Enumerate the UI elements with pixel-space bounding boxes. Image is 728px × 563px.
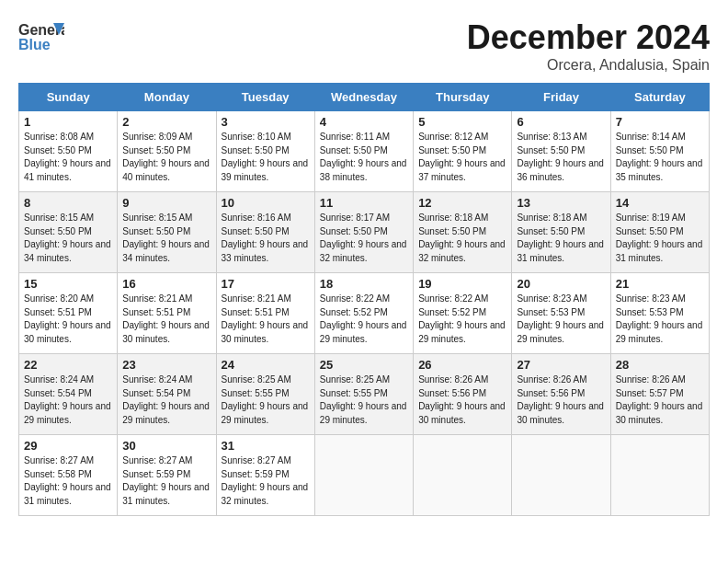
day-info: Sunrise: 8:21 AMSunset: 5:51 PMDaylight:…	[222, 293, 310, 346]
day-number: 29	[24, 439, 112, 453]
day-number: 2	[122, 115, 210, 129]
calendar-cell: 30Sunrise: 8:27 AMSunset: 5:59 PMDayligh…	[118, 435, 216, 516]
day-number: 6	[517, 115, 605, 129]
calendar-cell: 27Sunrise: 8:26 AMSunset: 5:56 PMDayligh…	[512, 354, 610, 435]
day-number: 21	[616, 277, 704, 291]
calendar-cell: 13Sunrise: 8:18 AMSunset: 5:50 PMDayligh…	[512, 192, 610, 273]
month-title: December 2024	[467, 18, 710, 57]
title-block: December 2024 Orcera, Andalusia, Spain	[467, 18, 710, 74]
day-info: Sunrise: 8:27 AMSunset: 5:58 PMDaylight:…	[24, 454, 112, 508]
calendar-cell	[414, 435, 512, 516]
day-number: 12	[418, 196, 506, 210]
day-info: Sunrise: 8:25 AMSunset: 5:55 PMDaylight:…	[222, 373, 310, 427]
day-info: Sunrise: 8:14 AMSunset: 5:50 PMDaylight:…	[616, 131, 704, 184]
calendar-week-4: 22Sunrise: 8:24 AMSunset: 5:54 PMDayligh…	[19, 354, 710, 435]
day-info: Sunrise: 8:13 AMSunset: 5:50 PMDaylight:…	[517, 131, 605, 184]
calendar-cell: 7Sunrise: 8:14 AMSunset: 5:50 PMDaylight…	[610, 111, 709, 192]
day-number: 26	[418, 358, 506, 372]
day-info: Sunrise: 8:23 AMSunset: 5:53 PMDaylight:…	[616, 293, 704, 346]
calendar-cell: 5Sunrise: 8:12 AMSunset: 5:50 PMDaylight…	[414, 111, 512, 192]
day-number: 28	[616, 358, 704, 372]
calendar-cell: 4Sunrise: 8:11 AMSunset: 5:50 PMDaylight…	[314, 111, 413, 192]
day-info: Sunrise: 8:22 AMSunset: 5:52 PMDaylight:…	[320, 293, 408, 346]
day-info: Sunrise: 8:26 AMSunset: 5:57 PMDaylight:…	[616, 373, 704, 427]
weekday-header-wednesday: Wednesday	[314, 84, 413, 111]
day-number: 13	[517, 196, 605, 210]
weekday-header-monday: Monday	[118, 84, 216, 111]
calendar-cell: 21Sunrise: 8:23 AMSunset: 5:53 PMDayligh…	[610, 273, 709, 354]
day-number: 16	[122, 277, 210, 291]
calendar-cell: 18Sunrise: 8:22 AMSunset: 5:52 PMDayligh…	[314, 273, 413, 354]
day-number: 5	[418, 115, 506, 129]
day-info: Sunrise: 8:27 AMSunset: 5:59 PMDaylight:…	[222, 454, 310, 508]
day-info: Sunrise: 8:09 AMSunset: 5:50 PMDaylight:…	[122, 131, 210, 184]
day-number: 10	[222, 196, 310, 210]
day-number: 3	[222, 115, 310, 129]
calendar-cell: 22Sunrise: 8:24 AMSunset: 5:54 PMDayligh…	[19, 354, 118, 435]
calendar-week-3: 15Sunrise: 8:20 AMSunset: 5:51 PMDayligh…	[19, 273, 710, 354]
day-info: Sunrise: 8:08 AMSunset: 5:50 PMDaylight:…	[24, 131, 112, 184]
weekday-header-saturday: Saturday	[610, 84, 709, 111]
calendar-cell: 15Sunrise: 8:20 AMSunset: 5:51 PMDayligh…	[19, 273, 118, 354]
day-number: 11	[320, 196, 408, 210]
day-number: 20	[517, 277, 605, 291]
calendar-cell: 11Sunrise: 8:17 AMSunset: 5:50 PMDayligh…	[314, 192, 413, 273]
day-number: 22	[24, 358, 112, 372]
calendar-table: SundayMondayTuesdayWednesdayThursdayFrid…	[18, 83, 710, 516]
day-info: Sunrise: 8:12 AMSunset: 5:50 PMDaylight:…	[418, 131, 506, 184]
day-number: 18	[320, 277, 408, 291]
day-number: 4	[320, 115, 408, 129]
day-info: Sunrise: 8:26 AMSunset: 5:56 PMDaylight:…	[517, 373, 605, 427]
calendar-cell: 24Sunrise: 8:25 AMSunset: 5:55 PMDayligh…	[216, 354, 314, 435]
calendar-cell: 26Sunrise: 8:26 AMSunset: 5:56 PMDayligh…	[414, 354, 512, 435]
day-info: Sunrise: 8:18 AMSunset: 5:50 PMDaylight:…	[418, 212, 506, 265]
day-number: 31	[222, 439, 310, 453]
weekday-header-tuesday: Tuesday	[216, 84, 314, 111]
day-number: 24	[222, 358, 310, 372]
day-number: 23	[122, 358, 210, 372]
calendar-cell: 16Sunrise: 8:21 AMSunset: 5:51 PMDayligh…	[118, 273, 216, 354]
calendar-cell: 19Sunrise: 8:22 AMSunset: 5:52 PMDayligh…	[414, 273, 512, 354]
day-info: Sunrise: 8:16 AMSunset: 5:50 PMDaylight:…	[222, 212, 310, 265]
logo: General Blue	[18, 18, 68, 55]
day-info: Sunrise: 8:17 AMSunset: 5:50 PMDaylight:…	[320, 212, 408, 265]
calendar-cell: 12Sunrise: 8:18 AMSunset: 5:50 PMDayligh…	[414, 192, 512, 273]
day-info: Sunrise: 8:20 AMSunset: 5:51 PMDaylight:…	[24, 293, 112, 346]
page-header: General Blue December 2024 Orcera, Andal…	[18, 18, 710, 74]
day-info: Sunrise: 8:27 AMSunset: 5:59 PMDaylight:…	[122, 454, 210, 508]
weekday-header-thursday: Thursday	[414, 84, 512, 111]
calendar-cell: 3Sunrise: 8:10 AMSunset: 5:50 PMDaylight…	[216, 111, 314, 192]
day-info: Sunrise: 8:11 AMSunset: 5:50 PMDaylight:…	[320, 131, 408, 184]
day-info: Sunrise: 8:26 AMSunset: 5:56 PMDaylight:…	[418, 373, 506, 427]
calendar-cell: 6Sunrise: 8:13 AMSunset: 5:50 PMDaylight…	[512, 111, 610, 192]
calendar-cell: 20Sunrise: 8:23 AMSunset: 5:53 PMDayligh…	[512, 273, 610, 354]
day-info: Sunrise: 8:24 AMSunset: 5:54 PMDaylight:…	[24, 373, 112, 427]
calendar-cell: 14Sunrise: 8:19 AMSunset: 5:50 PMDayligh…	[610, 192, 709, 273]
day-info: Sunrise: 8:10 AMSunset: 5:50 PMDaylight:…	[222, 131, 310, 184]
calendar-cell	[314, 435, 413, 516]
day-number: 30	[122, 439, 210, 453]
calendar-cell: 29Sunrise: 8:27 AMSunset: 5:58 PMDayligh…	[19, 435, 118, 516]
calendar-cell	[512, 435, 610, 516]
calendar-cell: 25Sunrise: 8:25 AMSunset: 5:55 PMDayligh…	[314, 354, 413, 435]
logo-icon: General Blue	[18, 18, 64, 55]
day-info: Sunrise: 8:24 AMSunset: 5:54 PMDaylight:…	[122, 373, 210, 427]
day-number: 9	[122, 196, 210, 210]
calendar-cell	[610, 435, 709, 516]
calendar-week-1: 1Sunrise: 8:08 AMSunset: 5:50 PMDaylight…	[19, 111, 710, 192]
calendar-cell: 17Sunrise: 8:21 AMSunset: 5:51 PMDayligh…	[216, 273, 314, 354]
day-info: Sunrise: 8:18 AMSunset: 5:50 PMDaylight:…	[517, 212, 605, 265]
calendar-cell: 8Sunrise: 8:15 AMSunset: 5:50 PMDaylight…	[19, 192, 118, 273]
day-info: Sunrise: 8:21 AMSunset: 5:51 PMDaylight:…	[122, 293, 210, 346]
day-number: 25	[320, 358, 408, 372]
day-info: Sunrise: 8:15 AMSunset: 5:50 PMDaylight:…	[122, 212, 210, 265]
calendar-cell: 2Sunrise: 8:09 AMSunset: 5:50 PMDaylight…	[118, 111, 216, 192]
calendar-cell: 23Sunrise: 8:24 AMSunset: 5:54 PMDayligh…	[118, 354, 216, 435]
day-number: 19	[418, 277, 506, 291]
location: Orcera, Andalusia, Spain	[467, 57, 710, 74]
day-info: Sunrise: 8:19 AMSunset: 5:50 PMDaylight:…	[616, 212, 704, 265]
day-number: 15	[24, 277, 112, 291]
day-number: 27	[517, 358, 605, 372]
day-number: 8	[24, 196, 112, 210]
day-info: Sunrise: 8:23 AMSunset: 5:53 PMDaylight:…	[517, 293, 605, 346]
